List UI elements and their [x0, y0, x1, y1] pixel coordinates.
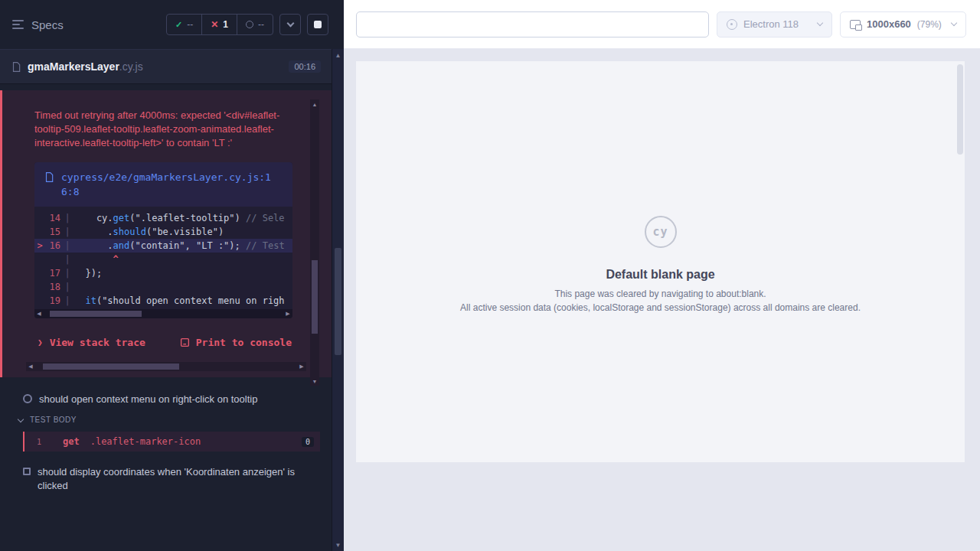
- viewport-scale: (79%): [917, 19, 942, 30]
- aut-page: cy Default blank page This page was clea…: [356, 61, 965, 462]
- scroll-up-icon[interactable]: ▲: [332, 49, 344, 61]
- view-stack-trace-link[interactable]: ❯ View stack trace: [38, 337, 145, 348]
- cypress-logo: cy: [645, 216, 677, 248]
- chevron-down-icon: [286, 20, 294, 28]
- code-line: 17| });: [34, 266, 292, 280]
- reporter-pane: Specs ✓ -- ✕ 1 --: [0, 0, 344, 551]
- code-line: 15| .should("be.visible"): [34, 225, 292, 239]
- running-test-icon: [23, 394, 32, 403]
- spec-file-icon: [11, 61, 21, 73]
- spec-name: gmaMarkersLayer: [28, 60, 119, 73]
- scroll-thumb[interactable]: [335, 248, 341, 355]
- viewport-size: 1000x660: [867, 18, 911, 30]
- test-title: should display coordinates when 'Koordin…: [38, 465, 305, 493]
- reporter-vertical-scrollbar[interactable]: ▲ ▼: [332, 49, 344, 551]
- spec-duration: 00:16: [289, 60, 321, 73]
- test-row-pending[interactable]: should display coordinates when 'Koordin…: [0, 452, 332, 493]
- viewport-selector[interactable]: 1000x660 (79%): [840, 11, 966, 37]
- scroll-left-icon[interactable]: ◀: [34, 309, 44, 318]
- blank-page-title: Default blank page: [356, 268, 965, 282]
- error-footer: ❯ View stack trace Print to console: [38, 337, 292, 348]
- browser-selector[interactable]: Electron 118: [717, 11, 832, 37]
- print-console-icon: [180, 337, 190, 347]
- code-frame: cypress/e2e/gmaMarkersLayer.cy.js:16:8 1…: [34, 162, 292, 318]
- pending-test-icon: [23, 468, 31, 475]
- code-lines: 14| cy.get(".leaflet-tooltip") // Sele15…: [34, 207, 292, 309]
- code-line: 19| it("should open context menu on righ: [34, 294, 292, 308]
- scroll-right-icon[interactable]: ▶: [283, 309, 292, 318]
- scroll-down-icon[interactable]: ▼: [310, 377, 319, 386]
- browser-icon: [727, 19, 737, 30]
- code-file-icon: [44, 171, 54, 183]
- stat-pending: --: [237, 15, 273, 34]
- scroll-track: [44, 309, 283, 318]
- passed-count: --: [187, 19, 193, 30]
- scroll-thumb[interactable]: [50, 311, 142, 317]
- aut-header: Electron 118 1000x660 (79%): [344, 0, 980, 49]
- viewport-icon: [850, 20, 861, 29]
- run-stats: ✓ -- ✕ 1 --: [166, 14, 273, 35]
- command-log-row[interactable]: 1 get .leaflet-marker-icon 0: [23, 432, 320, 452]
- stat-failed: ✕ 1: [201, 15, 237, 34]
- command-method: get: [63, 436, 80, 447]
- chevron-down-icon: [817, 20, 823, 26]
- collapse-all-button[interactable]: [279, 14, 301, 35]
- pending-count: --: [258, 19, 264, 30]
- scroll-left-icon[interactable]: ◀: [26, 362, 35, 371]
- code-line: | ^: [34, 253, 292, 266]
- code-line: 14| cy.get(".leaflet-tooltip") // Sele: [34, 211, 292, 225]
- code-line: >16| .and("contain", "LT :"); // Test: [34, 239, 292, 253]
- browser-label: Electron 118: [743, 18, 799, 30]
- scroll-down-icon[interactable]: ▼: [332, 539, 344, 551]
- scroll-track: [35, 362, 297, 371]
- scroll-thumb[interactable]: [43, 364, 179, 370]
- aut-surround: cy Default blank page This page was clea…: [344, 49, 980, 551]
- url-input[interactable]: [356, 11, 709, 37]
- error-vertical-scrollbar[interactable]: ▲ ▼: [310, 99, 319, 386]
- command-number: 1: [37, 438, 63, 446]
- specs-title[interactable]: Specs: [31, 18, 64, 31]
- code-frame-header: cypress/e2e/gmaMarkersLayer.cy.js:16:8: [34, 162, 292, 207]
- blank-page-line2: All active session data (cookies, localS…: [356, 302, 965, 313]
- failed-count: 1: [223, 19, 228, 30]
- pending-circle-icon: [246, 21, 253, 28]
- test-body-label: TEST BODY: [30, 416, 77, 424]
- test-error-panel: Timed out retrying after 4000ms: expecte…: [0, 90, 332, 377]
- page-scrollbar-thumb[interactable]: [957, 64, 963, 155]
- specs-menu-icon[interactable]: [12, 20, 24, 29]
- print-to-console-button[interactable]: Print to console: [180, 337, 292, 348]
- spec-file-header[interactable]: gmaMarkersLayer.cy.js 00:16: [0, 49, 332, 84]
- test-row-running[interactable]: should open context menu on right-click …: [0, 377, 332, 406]
- blank-page-content: cy Default blank page This page was clea…: [356, 61, 965, 313]
- failed-x-icon: ✕: [211, 19, 218, 30]
- stop-icon: [314, 21, 322, 28]
- code-line: 18|: [34, 280, 292, 294]
- scroll-track: [310, 109, 319, 377]
- reporter-body: Specs ✓ -- ✕ 1 --: [0, 0, 332, 551]
- command-message: .leaflet-marker-icon: [90, 436, 201, 447]
- stat-passed: ✓ --: [167, 15, 201, 34]
- command-count-badge: 0: [302, 437, 314, 447]
- code-horizontal-scrollbar[interactable]: ◀ ▶: [34, 309, 292, 318]
- aut-pane: Electron 118 1000x660 (79%) cy Default b…: [344, 0, 980, 551]
- scroll-right-icon[interactable]: ▶: [297, 362, 306, 371]
- spec-ext: .cy.js: [119, 60, 143, 73]
- stop-run-button[interactable]: [307, 14, 328, 35]
- test-title: should open context menu on right-click …: [39, 393, 257, 406]
- scroll-thumb[interactable]: [312, 260, 318, 334]
- chevron-down-icon: [951, 20, 957, 26]
- stack-chevron-icon: ❯: [38, 337, 43, 347]
- reporter-header: Specs ✓ -- ✕ 1 --: [0, 0, 332, 49]
- error-message: Timed out retrying after 4000ms: expecte…: [34, 109, 299, 150]
- test-body-chevron-icon: [18, 416, 24, 422]
- test-body-header[interactable]: TEST BODY: [0, 406, 332, 430]
- scroll-up-icon[interactable]: ▲: [310, 99, 319, 109]
- passed-check-icon: ✓: [175, 20, 182, 30]
- error-horizontal-scrollbar[interactable]: ◀ ▶: [26, 362, 306, 371]
- blank-page-line1: This page was cleared by navigating to a…: [356, 289, 965, 299]
- code-frame-link[interactable]: cypress/e2e/gmaMarkersLayer.cy.js:16:8: [61, 170, 273, 199]
